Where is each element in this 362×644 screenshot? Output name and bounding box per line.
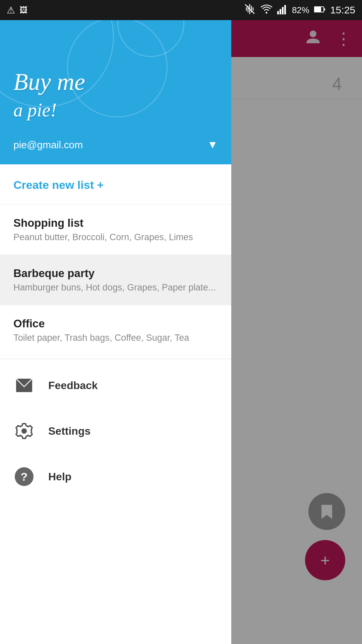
signal-icon xyxy=(277,4,287,16)
menu-item-feedback[interactable]: Feedback xyxy=(0,363,231,408)
drawer-content: Create new list + Shopping list Peanut b… xyxy=(0,164,231,644)
gear-icon xyxy=(13,420,35,442)
mail-icon xyxy=(13,375,35,396)
navigation-drawer: Buy me a pie! pie@gmail.com ▼ Create new… xyxy=(0,0,231,644)
help-label: Help xyxy=(48,471,71,483)
account-row[interactable]: pie@gmail.com ▼ xyxy=(13,139,218,151)
svg-rect-5 xyxy=(284,5,286,14)
svg-rect-8 xyxy=(324,8,325,10)
office-list-name: Office xyxy=(13,317,218,330)
list-item-office[interactable]: Office Toilet paper, Trash bags, Coffee,… xyxy=(0,305,231,356)
svg-rect-2 xyxy=(277,11,279,14)
status-time: 15:25 xyxy=(330,4,355,16)
feedback-label: Feedback xyxy=(48,379,98,392)
battery-text: 82% xyxy=(292,5,309,15)
battery-icon xyxy=(314,6,325,14)
barbeque-list-preview: Hamburger buns, Hot dogs, Grapes, Paper … xyxy=(13,282,218,293)
shopping-list-preview: Peanut butter, Broccoli, Corn, Grapes, L… xyxy=(13,232,218,243)
svg-point-1 xyxy=(265,12,267,14)
menu-item-help[interactable]: ? Help xyxy=(0,454,231,499)
create-new-list-button[interactable]: Create new list + xyxy=(0,164,231,205)
status-bar: ⚠ 🖼 82% xyxy=(0,0,362,20)
list-item-shopping[interactable]: Shopping list Peanut butter, Broccoli, C… xyxy=(0,205,231,255)
alert-icon: ⚠ xyxy=(7,5,15,16)
status-bar-right: 82% 15:25 xyxy=(244,3,355,17)
office-list-preview: Toilet paper, Trash bags, Coffee, Sugar,… xyxy=(13,333,218,343)
wifi-icon xyxy=(260,4,273,16)
image-icon: 🖼 xyxy=(20,5,28,15)
status-bar-left: ⚠ 🖼 xyxy=(7,5,28,16)
dropdown-arrow-icon[interactable]: ▼ xyxy=(207,139,218,151)
account-email: pie@gmail.com xyxy=(13,139,83,151)
menu-item-settings[interactable]: Settings xyxy=(0,408,231,454)
drawer-header: Buy me a pie! pie@gmail.com ▼ xyxy=(0,0,231,164)
svg-rect-4 xyxy=(282,7,284,14)
create-new-list-label: Create new list + xyxy=(13,178,104,191)
svg-rect-7 xyxy=(314,7,321,12)
svg-rect-3 xyxy=(280,9,281,14)
barbeque-list-name: Barbeque party xyxy=(13,267,218,280)
help-icon: ? xyxy=(13,466,35,487)
drawer-divider xyxy=(0,359,231,359)
list-item-barbeque[interactable]: Barbeque party Hamburger buns, Hot dogs,… xyxy=(0,255,231,305)
shopping-list-name: Shopping list xyxy=(13,217,218,229)
help-circle: ? xyxy=(15,467,34,486)
mute-icon xyxy=(244,3,256,17)
settings-label: Settings xyxy=(48,425,90,437)
